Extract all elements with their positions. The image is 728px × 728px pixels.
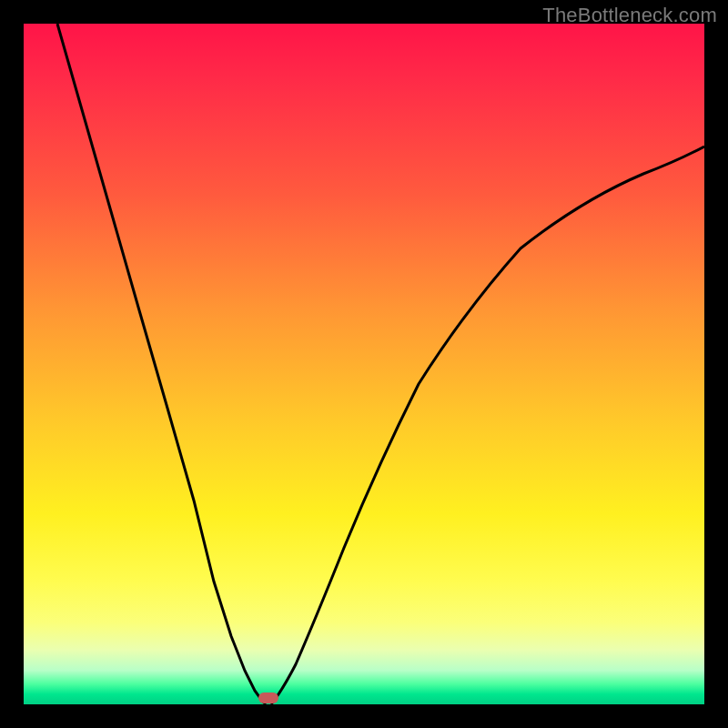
bottleneck-marker [258,693,278,703]
curve-left-branch [57,24,266,704]
watermark-text: TheBottleneck.com [542,4,717,27]
chart-frame: TheBottleneck.com [0,0,728,728]
bottleneck-curve [24,24,704,704]
plot-area [24,24,704,704]
curve-right-branch [271,147,704,704]
